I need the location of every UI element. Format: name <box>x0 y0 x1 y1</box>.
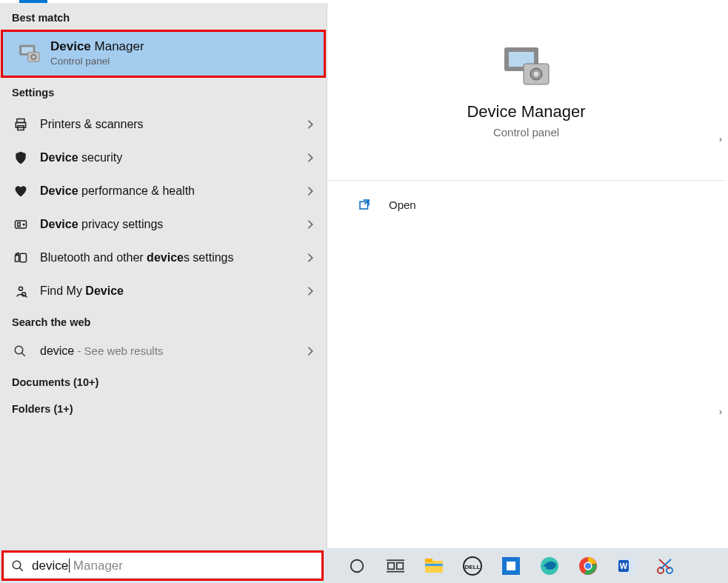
snip-icon[interactable] <box>654 555 676 577</box>
chevron-right-icon <box>306 153 315 163</box>
open-action[interactable]: Open <box>328 181 724 228</box>
open-label: Open <box>375 199 416 211</box>
settings-item-2[interactable]: Device performance & health <box>0 174 327 207</box>
svg-point-4 <box>33 56 35 58</box>
scroll-edge-markers: ›› <box>718 3 723 548</box>
bluetooth-icon <box>13 250 33 265</box>
chevron-right-icon <box>306 186 315 196</box>
svg-rect-9 <box>18 222 20 226</box>
svg-point-24 <box>533 72 538 77</box>
chrome-icon[interactable] <box>577 555 599 577</box>
svg-point-45 <box>585 563 591 569</box>
svg-rect-35 <box>425 559 433 562</box>
chevron-right-icon <box>306 253 315 263</box>
printer-icon <box>13 117 33 132</box>
svg-rect-34 <box>425 561 443 573</box>
shield-icon <box>13 150 33 165</box>
settings-item-label: Find My Device <box>33 284 306 298</box>
svg-rect-31 <box>397 562 404 569</box>
svg-text:W: W <box>620 562 628 570</box>
device-manager-large-icon <box>500 44 553 89</box>
heart-icon <box>13 184 33 199</box>
search-icon <box>13 344 33 358</box>
svg-rect-36 <box>425 564 443 566</box>
svg-rect-11 <box>16 255 19 261</box>
chevron-right-icon <box>306 286 315 296</box>
taskbar: device Manager DELL W <box>0 548 728 583</box>
taskbar-icons: DELL W <box>325 555 676 577</box>
settings-item-label: Bluetooth and other devices settings <box>33 251 306 264</box>
edge-icon[interactable] <box>538 555 561 577</box>
best-match-header: Best match <box>0 3 327 30</box>
settings-item-label: Device privacy settings <box>33 218 306 231</box>
details-hero: Device Manager Control panel <box>328 3 724 181</box>
svg-line-28 <box>19 567 23 571</box>
word-icon[interactable]: W <box>615 555 638 577</box>
search-input[interactable]: device Manager <box>24 559 123 573</box>
settings-item-4[interactable]: Bluetooth and other devices settings <box>0 241 327 274</box>
svg-point-27 <box>13 561 21 569</box>
task-view-icon[interactable] <box>384 555 407 577</box>
svg-text:DELL: DELL <box>465 564 481 570</box>
svg-point-13 <box>16 253 17 255</box>
details-subtitle: Control panel <box>493 126 559 139</box>
details-panel: Device Manager Control panel Open ›› <box>328 3 724 548</box>
app-blue-icon[interactable] <box>500 555 522 577</box>
chevron-right-icon <box>306 346 315 356</box>
web-search-text: device - See web results <box>33 344 306 358</box>
web-search-result[interactable]: device - See web results <box>0 334 327 367</box>
settings-item-label: Device security <box>33 151 306 164</box>
svg-rect-40 <box>507 562 515 570</box>
settings-header: Settings <box>0 78 327 104</box>
search-web-header: Search the web <box>0 307 327 334</box>
svg-point-29 <box>351 559 364 572</box>
chevron-right-icon <box>306 119 315 130</box>
settings-item-label: Device performance & health <box>33 184 306 198</box>
documents-header[interactable]: Documents (10+) <box>0 367 327 394</box>
svg-line-17 <box>25 295 27 297</box>
details-title: Device Manager <box>467 102 585 121</box>
svg-line-19 <box>21 353 25 356</box>
search-icon <box>11 559 24 573</box>
taskbar-search-box[interactable]: device Manager <box>1 550 324 581</box>
file-explorer-icon[interactable] <box>423 555 445 577</box>
chevron-right-icon <box>306 219 315 230</box>
svg-point-10 <box>23 224 24 225</box>
find-icon <box>13 284 33 299</box>
cortana-icon[interactable] <box>346 555 368 577</box>
device-manager-icon <box>16 42 41 64</box>
settings-item-5[interactable]: Find My Device <box>0 274 327 307</box>
settings-list: Printers & scannersDevice securityDevice… <box>0 104 327 307</box>
best-match-text: Device Manager Control panel <box>50 39 144 67</box>
svg-rect-30 <box>388 562 395 569</box>
settings-item-3[interactable]: Device privacy settings <box>0 207 327 241</box>
lock-icon <box>13 217 33 232</box>
svg-point-14 <box>18 253 19 254</box>
svg-point-18 <box>15 346 23 354</box>
open-icon <box>358 198 375 211</box>
svg-rect-12 <box>20 253 26 262</box>
svg-point-15 <box>19 287 23 290</box>
folders-header[interactable]: Folders (1+) <box>0 394 327 421</box>
settings-item-label: Printers & scanners <box>33 118 306 131</box>
best-match-device-manager[interactable]: Device Manager Control panel <box>1 30 326 78</box>
settings-item-0[interactable]: Printers & scanners <box>0 107 327 141</box>
dell-icon[interactable]: DELL <box>461 555 484 577</box>
settings-item-1[interactable]: Device security <box>0 141 327 174</box>
search-results-panel: Best match Device Manager Control panel … <box>0 3 327 548</box>
